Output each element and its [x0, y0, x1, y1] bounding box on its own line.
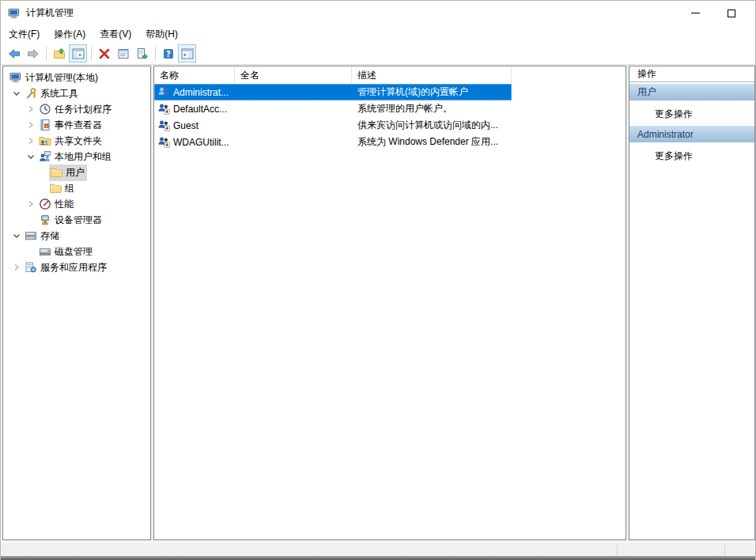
tree-item-label: 磁盘管理 — [55, 245, 93, 259]
computer-icon — [9, 71, 22, 84]
table-row-guest[interactable]: Guest 供来宾访问计算机或访问域的内... — [154, 117, 512, 134]
tree-item-services-apps[interactable]: 服务和应用程序 — [3, 259, 150, 275]
menu-bar: 文件(F) 操作(A) 查看(V) 帮助(H) — [1, 26, 755, 42]
tree-item-computer-management[interactable]: 计算机管理(本地) — [3, 70, 150, 85]
tree-item-label: 设备管理器 — [55, 214, 102, 227]
table-row-wdagutility[interactable]: WDAGUtilit... 系统为 Windows Defender 应用... — [154, 134, 512, 150]
tree-item-label: 服务和应用程序 — [40, 261, 107, 274]
users-list-panel: 名称 全名 描述 Administrat... 管理计算机(域)的内置帐户 De… — [153, 66, 626, 540]
tree-item-label: 用户 — [66, 166, 85, 180]
window-bottom-edge — [1, 556, 755, 560]
chevron-right-icon[interactable] — [25, 103, 37, 115]
menu-file[interactable]: 文件(F) — [2, 26, 47, 43]
forward-button[interactable] — [24, 44, 42, 62]
tree-item-label: 事件查看器 — [55, 119, 102, 132]
tree-item-event-viewer[interactable]: 事件查看器 — [3, 117, 150, 133]
list-header: 名称 全名 描述 — [154, 66, 626, 84]
table-row-defaultaccount[interactable]: DefaultAcc... 系统管理的用户帐户。 — [154, 100, 512, 117]
tree-item-label: 性能 — [55, 198, 74, 211]
shared-folders-icon — [39, 134, 51, 147]
folder-icon — [49, 182, 62, 195]
status-separator — [724, 544, 725, 555]
status-separator — [617, 544, 618, 555]
window-title: 计算机管理 — [26, 6, 74, 20]
actions-section-administrator-header[interactable]: Administrator — [629, 126, 754, 142]
export-list-icon — [136, 47, 149, 60]
local-users-groups-icon — [39, 150, 51, 163]
user-disabled-icon — [157, 102, 170, 115]
actions-panel-title: 操作 — [629, 66, 754, 82]
tree-item-performance[interactable]: 性能 — [3, 196, 150, 212]
chevron-right-icon[interactable] — [25, 198, 37, 210]
toolbar-separator — [46, 47, 47, 61]
user-icon — [157, 85, 170, 98]
services-icon — [25, 261, 37, 274]
maximize-button[interactable] — [713, 1, 749, 25]
actions-panel: 操作 用户 更多操作 Administrator 更多操作 — [629, 66, 755, 540]
chevron-down-icon[interactable] — [10, 87, 23, 100]
more-actions-administrator[interactable]: 更多操作 — [629, 142, 754, 166]
chevron-right-icon[interactable] — [25, 134, 37, 147]
chevron-down-icon[interactable] — [10, 229, 23, 242]
tree-item-groups[interactable]: 组 — [3, 180, 150, 196]
actions-section-users-header[interactable]: 用户 — [629, 84, 754, 100]
cell-description: 系统管理的用户帐户。 — [357, 102, 512, 115]
tree-item-local-users-groups[interactable]: 本地用户和组 — [3, 149, 150, 165]
chevron-down-icon[interactable] — [25, 150, 37, 163]
cell-name: DefaultAcc... — [173, 104, 235, 115]
device-manager-icon — [39, 214, 51, 226]
cell-name: WDAGUtilit... — [173, 137, 235, 148]
tree-item-task-scheduler[interactable]: 任务计划程序 — [3, 101, 150, 117]
cell-description: 系统为 Windows Defender 应用... — [357, 135, 512, 149]
tree-item-shared-folders[interactable]: 共享文件夹 — [3, 133, 150, 149]
tree-item-users[interactable]: 用户 — [3, 165, 150, 180]
tree-item-label: 共享文件夹 — [55, 134, 102, 148]
menu-help[interactable]: 帮助(H) — [138, 26, 185, 43]
expander-spacer — [35, 182, 47, 195]
table-row-administrator[interactable]: Administrat... 管理计算机(域)的内置帐户 — [154, 84, 512, 100]
computer-management-window: 计算机管理 文件(F) 操作(A) 查看(V) 帮助(H) — [0, 0, 756, 560]
tree-item-device-manager[interactable]: 设备管理器 — [3, 212, 150, 228]
properties-button[interactable] — [114, 44, 132, 62]
column-header-full-name[interactable]: 全名 — [235, 66, 352, 84]
maximize-icon — [728, 9, 735, 17]
show-console-tree-button[interactable] — [69, 44, 87, 62]
tree-item-disk-management[interactable]: 磁盘管理 — [3, 244, 150, 259]
back-icon — [8, 47, 21, 60]
back-button[interactable] — [5, 44, 23, 62]
tree-item-system-tools[interactable]: 系统工具 — [3, 85, 150, 101]
console-tree-panel: 计算机管理(本地) 系统工具 任务计划程序 事件查看器 — [2, 66, 151, 540]
column-header-description[interactable]: 描述 — [352, 66, 512, 84]
up-folder-icon — [53, 47, 66, 60]
chevron-right-icon[interactable] — [10, 261, 23, 274]
help-button[interactable]: ? — [159, 44, 177, 62]
help-icon: ? — [162, 47, 175, 60]
tree-item-label: 计算机管理(本地) — [25, 71, 98, 85]
tree-item-label: 系统工具 — [40, 87, 78, 100]
column-header-name[interactable]: 名称 — [154, 66, 235, 84]
delete-button[interactable] — [95, 44, 113, 62]
cell-description: 管理计算机(域)的内置帐户 — [357, 85, 512, 99]
menu-action[interactable]: 操作(A) — [47, 26, 93, 43]
up-folder-button[interactable] — [50, 44, 68, 62]
properties-icon — [117, 47, 130, 60]
chevron-right-icon[interactable] — [25, 119, 37, 131]
title-bar: 计算机管理 — [1, 1, 755, 25]
minimize-icon — [691, 13, 700, 13]
expander-spacer — [25, 245, 37, 258]
storage-icon — [25, 229, 37, 242]
console-tree: 计算机管理(本地) 系统工具 任务计划程序 事件查看器 — [3, 66, 150, 275]
toolbar-separator — [155, 47, 156, 61]
main-area: 计算机管理(本地) 系统工具 任务计划程序 事件查看器 — [2, 65, 756, 542]
tree-item-label: 本地用户和组 — [55, 150, 112, 164]
event-viewer-icon — [39, 119, 51, 131]
more-actions-users[interactable]: 更多操作 — [629, 100, 754, 124]
show-action-pane-icon — [181, 47, 194, 60]
minimize-button[interactable] — [678, 1, 713, 25]
tree-item-storage[interactable]: 存储 — [3, 228, 150, 244]
export-list-button[interactable] — [133, 44, 151, 62]
disk-management-icon — [39, 245, 51, 258]
menu-view[interactable]: 查看(V) — [93, 26, 138, 43]
show-action-pane-button[interactable] — [178, 44, 196, 62]
toolbar: ? — [1, 43, 755, 65]
